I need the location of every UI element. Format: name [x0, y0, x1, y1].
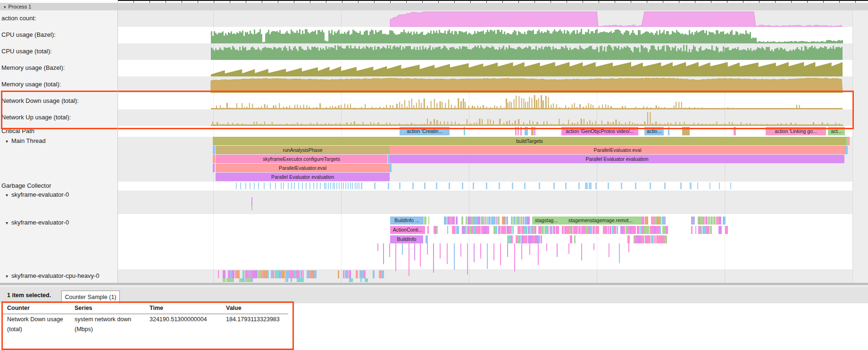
deep-stack-sliver[interactable]: [402, 243, 403, 255]
gc-event-tick[interactable]: [357, 183, 358, 189]
evaluator-slice[interactable]: [496, 226, 498, 234]
gc-event-tick[interactable]: [341, 183, 342, 189]
track-row-bg[interactable]: [117, 182, 868, 191]
evaluator-slice[interactable]: [703, 217, 705, 225]
evaluator-slice[interactable]: [499, 226, 501, 234]
cpu-heavy-slice[interactable]: [237, 270, 240, 278]
cpu-heavy-slice[interactable]: [299, 270, 300, 278]
sidebar-item-main-thread[interactable]: ▾Main Thread: [0, 138, 115, 144]
critical-path-slice[interactable]: [525, 127, 528, 135]
counter-chart-memory-usage-total-[interactable]: [0, 76, 868, 93]
gc-event-tick[interactable]: [328, 183, 329, 189]
gc-event-tick[interactable]: [539, 183, 540, 189]
evaluator-slice[interactable]: [617, 226, 618, 234]
deep-stack-sliver[interactable]: [500, 243, 501, 265]
gc-event-tick[interactable]: [283, 183, 284, 189]
event-mark[interactable]: [251, 206, 252, 210]
gc-event-tick[interactable]: [486, 183, 487, 189]
cpu-heavy-slice[interactable]: [232, 270, 234, 278]
evaluator-slice[interactable]: [529, 226, 531, 234]
cpu-heavy-slice[interactable]: [314, 270, 317, 278]
gc-event-tick[interactable]: [298, 183, 299, 189]
evaluator-slice[interactable]: [666, 226, 668, 234]
cpu-heavy-slice[interactable]: [242, 278, 245, 282]
sidebar-item-memory-usage-total[interactable]: Memory usage (total):: [0, 81, 116, 88]
sidebar-item-network-up-usage-total[interactable]: Network Up usage (total):: [0, 114, 116, 121]
sidebar-item-action-count[interactable]: action count:: [0, 15, 116, 22]
evaluator-slice[interactable]: [512, 226, 514, 234]
evaluator-slice[interactable]: [627, 235, 630, 243]
evaluator-slice[interactable]: [518, 217, 520, 225]
deep-stack-sliver[interactable]: [619, 243, 620, 263]
evaluator-slice[interactable]: [523, 217, 524, 225]
gc-event-tick[interactable]: [709, 183, 710, 189]
deep-stack-sliver[interactable]: [538, 243, 539, 265]
cpu-heavy-slice[interactable]: [300, 278, 304, 282]
evaluator-slice[interactable]: [494, 217, 495, 225]
evaluator-slice[interactable]: [486, 217, 488, 225]
evaluator-slice[interactable]: [541, 226, 544, 234]
evaluator-slice[interactable]: [496, 217, 497, 225]
gc-event-tick[interactable]: [621, 183, 622, 189]
gc-event-tick[interactable]: [635, 183, 636, 189]
deep-stack-sliver[interactable]: [460, 243, 461, 257]
evaluator-slice[interactable]: [519, 226, 521, 234]
critical-path-slice[interactable]: [534, 127, 535, 135]
evaluator-slice[interactable]: [608, 226, 609, 234]
gc-event-tick[interactable]: [324, 183, 325, 189]
cpu-heavy-slice[interactable]: [242, 270, 244, 278]
gc-event-tick[interactable]: [585, 183, 588, 189]
main-thread-slice[interactable]: [390, 164, 392, 172]
deep-stack-sliver[interactable]: [628, 243, 629, 252]
evaluator-slice[interactable]: [541, 235, 542, 243]
evaluator-slice[interactable]: [509, 226, 512, 234]
evaluator-slice[interactable]: [659, 226, 661, 234]
evaluator-slice[interactable]: [547, 226, 549, 234]
cpu-heavy-slice[interactable]: [382, 270, 384, 278]
gc-event-tick[interactable]: [664, 183, 666, 189]
evaluator-slice[interactable]: [447, 226, 449, 234]
gc-event-tick[interactable]: [275, 183, 276, 189]
evaluator-slice[interactable]: [424, 217, 426, 225]
evaluator-slice[interactable]: [452, 217, 455, 225]
event-mark[interactable]: [251, 197, 252, 206]
deep-stack-sliver[interactable]: [427, 243, 428, 255]
main-thread-slice[interactable]: [213, 164, 215, 172]
evaluator-slice[interactable]: [575, 226, 578, 234]
evaluator-slice[interactable]: [534, 226, 536, 234]
evaluator-slice[interactable]: [456, 217, 458, 225]
gc-event-tick[interactable]: [719, 183, 720, 189]
deep-stack-sliver[interactable]: [389, 243, 390, 257]
evaluator-slice[interactable]: [656, 226, 659, 234]
gc-event-tick[interactable]: [281, 183, 282, 189]
cpu-heavy-slice[interactable]: [348, 270, 349, 278]
evaluator-slice[interactable]: [427, 226, 429, 234]
gc-event-tick[interactable]: [336, 183, 337, 189]
cpu-heavy-slice[interactable]: [267, 270, 269, 278]
evaluator-slice[interactable]: [633, 226, 636, 234]
evaluator-slice[interactable]: [710, 226, 712, 234]
evaluator-slice[interactable]: [652, 217, 655, 225]
gc-event-tick[interactable]: [343, 183, 344, 189]
evaluator-slice[interactable]: [713, 217, 716, 225]
counter-area[interactable]: [390, 12, 843, 27]
evaluator-slice[interactable]: [524, 226, 527, 234]
evaluator-slice[interactable]: [484, 226, 487, 234]
critical-path-slice[interactable]: [515, 127, 517, 135]
evaluator-slice[interactable]: [428, 217, 430, 225]
main-thread-slice[interactable]: [213, 155, 215, 163]
sidebar-item-skyframe-evaluator-cpu-heavy-0[interactable]: ▾skyframe-evaluator-cpu-heavy-0: [0, 273, 115, 279]
gc-event-tick[interactable]: [330, 183, 331, 189]
evaluator-slice[interactable]: [506, 217, 508, 225]
deep-stack-sliver[interactable]: [467, 243, 468, 275]
evaluator-slice[interactable]: stagemenstagemage.remot...: [560, 217, 641, 225]
evaluator-slice[interactable]: [527, 217, 530, 225]
main-thread-slice[interactable]: [213, 146, 215, 154]
evaluator-slice[interactable]: [645, 217, 648, 225]
evaluator-slice[interactable]: [598, 226, 600, 234]
cpu-heavy-slice[interactable]: [251, 278, 253, 282]
evaluator-slice[interactable]: [487, 226, 489, 234]
gc-event-tick[interactable]: [595, 183, 597, 189]
evaluator-slice[interactable]: [695, 226, 697, 234]
cpu-heavy-slice[interactable]: [343, 270, 345, 278]
